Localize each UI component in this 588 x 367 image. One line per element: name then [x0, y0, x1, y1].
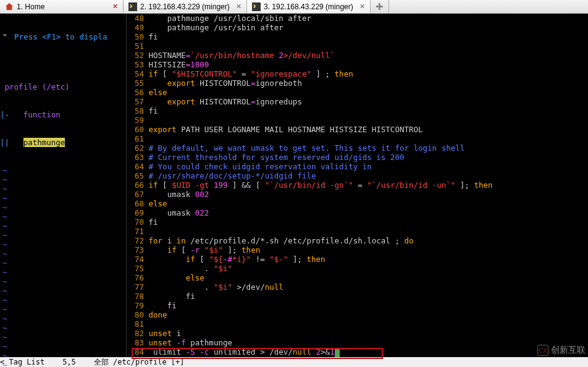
- terminal-icon: [128, 2, 137, 11]
- code-line[interactable]: 84 ulimit -S -c unlimited > /dev/null 2>…: [127, 347, 588, 356]
- close-icon[interactable]: ✕: [112, 2, 118, 11]
- code-line[interactable]: 64 # You could check uidgid reservation …: [127, 162, 588, 171]
- code-line[interactable]: 72 for i in /etc/profile.d/*.sh /etc/pro…: [127, 236, 588, 245]
- code-line[interactable]: 57 export HISTCONTROL=ignoredups: [127, 97, 588, 106]
- code-line[interactable]: 70 fi: [127, 217, 588, 227]
- code-line[interactable]: 51: [127, 41, 588, 51]
- code-line[interactable]: 54 if [ "$HISTCONTROL" = "ignorespace" ]…: [127, 69, 588, 78]
- tab-session-2[interactable]: 3. 192.168.43.229 (minger) ✕: [247, 0, 371, 13]
- code-line[interactable]: 50 fi: [127, 32, 588, 41]
- code-pane[interactable]: 48 pathmunge /usr/local/sbin after49 pat…: [127, 14, 588, 357]
- code-line[interactable]: 68 else: [127, 199, 588, 208]
- code-line[interactable]: 69 umask 022: [127, 208, 588, 217]
- outline-function[interactable]: |- function: [0, 110, 126, 119]
- tab-bar: 1. Home ✕ 2. 192.168.43.229 (minger) ✕ 3…: [0, 0, 588, 14]
- code-line[interactable]: 53 HISTSIZE=1000: [127, 60, 588, 69]
- code-line[interactable]: 48 pathmunge /usr/local/sbin after: [127, 14, 588, 23]
- close-icon[interactable]: ✕: [236, 2, 242, 11]
- tab-label: 2. 192.168.43.229 (minger): [140, 2, 230, 11]
- svg-rect-1: [252, 2, 261, 11]
- terminal-icon: [252, 2, 261, 11]
- outline-pane[interactable]: " Press <F1> to displa profile (/etc) |-…: [0, 14, 127, 357]
- code-line[interactable]: 76 else: [127, 273, 588, 282]
- code-line[interactable]: 49 pathmunge /usr/sbin after: [127, 23, 588, 32]
- status-bar: < Tag List 5,5 全部 /etc/profile [+]: [0, 357, 588, 367]
- code-line[interactable]: 61: [127, 134, 588, 143]
- code-line[interactable]: 73 if [ -r "$i" ]; then: [127, 245, 588, 255]
- tab-session-1[interactable]: 2. 192.168.43.229 (minger) ✕: [124, 0, 247, 13]
- code-line[interactable]: 78 fi: [127, 292, 588, 301]
- tab-label: 3. 192.168.43.229 (minger): [264, 2, 353, 11]
- new-tab-button[interactable]: ✚: [371, 0, 389, 13]
- close-icon[interactable]: ✕: [359, 2, 365, 11]
- plus-icon: ✚: [376, 1, 384, 12]
- editor-area: " Press <F1> to displa profile (/etc) |-…: [0, 14, 588, 357]
- watermark-logo: CX: [537, 345, 548, 356]
- watermark: CX 创新互联: [537, 345, 586, 356]
- code-line[interactable]: 62 # By default, we want umask to get se…: [127, 143, 588, 153]
- tab-label: 1. Home: [17, 2, 44, 11]
- code-line[interactable]: 56 else: [127, 88, 588, 97]
- code-line[interactable]: 79 fi: [127, 301, 588, 310]
- outline-pathmunge[interactable]: || pathmunge: [0, 138, 126, 147]
- svg-rect-0: [128, 2, 137, 11]
- code-line[interactable]: 52 HOSTNAME=`/usr/bin/hostname 2>/dev/nu…: [127, 51, 588, 60]
- code-line[interactable]: 77 . "$i" >/dev/null: [127, 282, 588, 292]
- code-line[interactable]: 75 . "$i": [127, 264, 588, 273]
- home-icon: [5, 2, 14, 11]
- hint-text: Press <F1> to displa: [10, 32, 107, 41]
- code-line[interactable]: 67 umask 002: [127, 190, 588, 199]
- outline-root[interactable]: profile (/etc): [0, 82, 126, 91]
- code-line[interactable]: 74 if [ "${-#*i}" != "$-" ]; then: [127, 255, 588, 264]
- code-line[interactable]: 80 done: [127, 310, 588, 319]
- code-line[interactable]: 59: [127, 116, 588, 125]
- code-line[interactable]: 63 # Current threshold for system reserv…: [127, 153, 588, 162]
- code-line[interactable]: 55 export HISTCONTROL=ignoreboth: [127, 78, 588, 88]
- code-line[interactable]: 71: [127, 227, 588, 236]
- code-line[interactable]: 60 export PATH USER LOGNAME MAIL HOSTNAM…: [127, 125, 588, 134]
- code-line[interactable]: 82 unset i: [127, 329, 588, 338]
- code-line[interactable]: 81: [127, 319, 588, 329]
- watermark-text: 创新互联: [551, 345, 586, 356]
- code-line[interactable]: 66 if [ $UID -gt 199 ] && [ "`/usr/bin/i…: [127, 180, 588, 190]
- cursor: [335, 348, 340, 357]
- code-line[interactable]: 58 fi: [127, 106, 588, 116]
- code-line[interactable]: 65 # /usr/share/doc/setup-*/uidgid file: [127, 171, 588, 180]
- tab-home[interactable]: 1. Home ✕: [0, 0, 124, 13]
- code-line[interactable]: 83 unset -f pathmunge: [127, 338, 588, 347]
